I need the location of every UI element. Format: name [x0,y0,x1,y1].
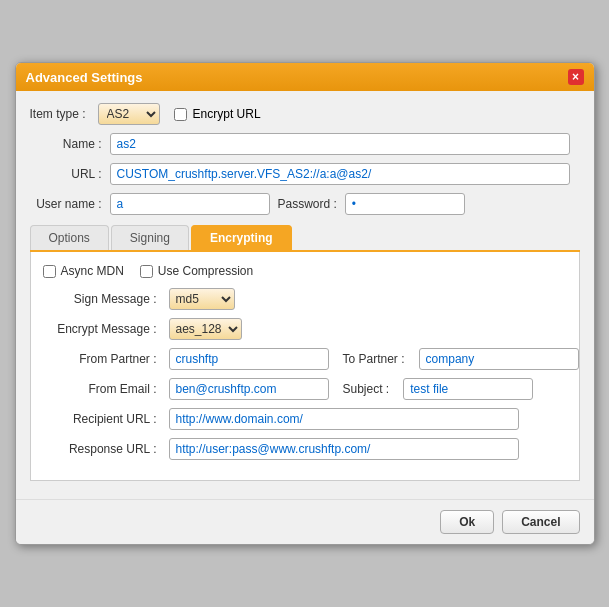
url-input[interactable] [110,163,570,185]
item-type-row: Item type : AS2 FTP SFTP HTTP Encrypt UR… [30,103,580,125]
name-input[interactable] [110,133,570,155]
username-input[interactable] [110,193,270,215]
async-mdn-checkbox[interactable] [43,265,56,278]
response-url-row: Response URL : [43,438,567,460]
from-partner-input[interactable] [169,348,329,370]
title-bar: Advanced Settings × [16,63,594,91]
password-input[interactable] [345,193,465,215]
encrypt-url-label: Encrypt URL [193,107,261,121]
encrypt-message-row: Encrypt Message : aes_128 aes_256 3des n… [43,318,567,340]
to-partner-input[interactable] [419,348,579,370]
to-partner-label: To Partner : [335,352,413,366]
recipient-url-row: Recipient URL : [43,408,567,430]
item-type-wrap: Item type : AS2 FTP SFTP HTTP [30,103,160,125]
sign-message-label: Sign Message : [43,292,163,306]
url-row: URL : [30,163,580,185]
dialog-footer: Ok Cancel [16,499,594,544]
tab-content: Async MDN Use Compression Sign Message :… [30,252,580,481]
from-partner-label: From Partner : [43,352,163,366]
use-compression-label: Use Compression [158,264,253,278]
subject-input[interactable] [403,378,533,400]
recipient-url-label: Recipient URL : [43,412,163,426]
tab-options[interactable]: Options [30,225,109,250]
tab-signing[interactable]: Signing [111,225,189,250]
url-label: URL : [30,167,110,181]
email-row: From Email : Subject : [43,378,567,400]
async-mdn-item: Async MDN [43,264,124,278]
dialog-content: Item type : AS2 FTP SFTP HTTP Encrypt UR… [16,91,594,499]
username-label: User name : [30,197,110,211]
checkbox-row: Async MDN Use Compression [43,264,567,278]
response-url-input[interactable] [169,438,519,460]
name-row: Name : [30,133,580,155]
tabs-container: Options Signing Encrypting Async MDN Use… [30,225,580,481]
close-button[interactable]: × [568,69,584,85]
sign-message-row: Sign Message : md5 sha1 sha256 none [43,288,567,310]
cancel-button[interactable]: Cancel [502,510,579,534]
item-type-select[interactable]: AS2 FTP SFTP HTTP [98,103,160,125]
name-label: Name : [30,137,110,151]
async-mdn-label: Async MDN [61,264,124,278]
use-compression-item: Use Compression [140,264,253,278]
subject-label: Subject : [335,382,398,396]
from-email-input[interactable] [169,378,329,400]
advanced-settings-dialog: Advanced Settings × Item type : AS2 FTP … [15,62,595,545]
encrypt-message-label: Encrypt Message : [43,322,163,336]
recipient-url-input[interactable] [169,408,519,430]
password-label: Password : [270,197,345,211]
encrypt-url-checkbox[interactable] [174,108,187,121]
from-email-label: From Email : [43,382,163,396]
sign-message-select[interactable]: md5 sha1 sha256 none [169,288,235,310]
use-compression-checkbox[interactable] [140,265,153,278]
dialog-title: Advanced Settings [26,70,143,85]
tab-encrypting[interactable]: Encrypting [191,225,292,250]
response-url-label: Response URL : [43,442,163,456]
credentials-row: User name : Password : [30,193,580,215]
ok-button[interactable]: Ok [440,510,494,534]
partner-row: From Partner : To Partner : [43,348,567,370]
tabs-row: Options Signing Encrypting [30,225,580,252]
item-type-label: Item type : [30,107,92,121]
encrypt-url-wrap: Encrypt URL [174,107,261,121]
encrypt-message-select[interactable]: aes_128 aes_256 3des none [169,318,242,340]
